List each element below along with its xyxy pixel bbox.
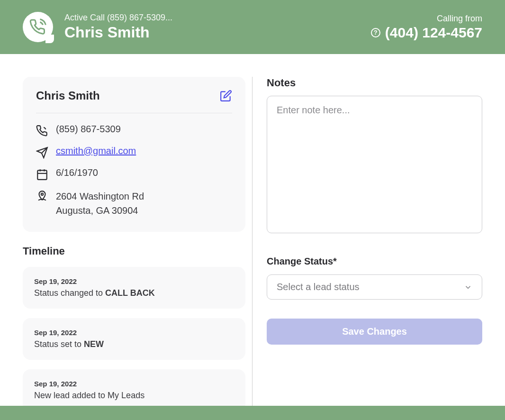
contact-address-line2: Augusta, GA 30904 bbox=[56, 205, 138, 216]
header-left: Active Call (859) 867-5309... Chris Smit… bbox=[23, 12, 172, 42]
timeline-item: Sep 19, 2022 Status set to NEW bbox=[23, 318, 245, 360]
edit-icon bbox=[220, 90, 232, 102]
chevron-down-icon bbox=[464, 283, 472, 292]
contact-card: Chris Smith (859) 867-5309 bbox=[23, 77, 245, 232]
svg-rect-2 bbox=[37, 170, 47, 180]
send-icon bbox=[36, 146, 48, 159]
left-column: Chris Smith (859) 867-5309 bbox=[23, 77, 245, 383]
map-pin-icon bbox=[36, 190, 48, 202]
timeline-date: Sep 19, 2022 bbox=[34, 329, 234, 337]
timeline-body: New lead added to My Leads bbox=[34, 391, 234, 401]
calendar-icon bbox=[36, 168, 48, 181]
phone-icon bbox=[36, 125, 48, 137]
contact-address-line1: 2604 Washington Rd bbox=[56, 191, 144, 201]
footer-bar bbox=[0, 406, 505, 420]
save-button[interactable]: Save Changes bbox=[267, 319, 482, 345]
svg-point-9 bbox=[41, 193, 43, 195]
contact-card-header: Chris Smith bbox=[36, 89, 232, 113]
header-right: Calling from ? (404) 124-4567 bbox=[371, 14, 482, 41]
content: Chris Smith (859) 867-5309 bbox=[0, 54, 505, 406]
header-text: Active Call (859) 867-5309... Chris Smit… bbox=[64, 13, 172, 41]
right-column: Notes Change Status* Select a lead statu… bbox=[267, 77, 482, 383]
contact-phone-row: (859) 867-5309 bbox=[36, 124, 232, 137]
timeline-body: Status changed to CALL BACK bbox=[34, 288, 234, 298]
contact-name: Chris Smith bbox=[36, 89, 100, 102]
timeline-title: Timeline bbox=[23, 245, 245, 257]
notes-textarea[interactable] bbox=[267, 96, 482, 233]
status-label: Change Status* bbox=[267, 256, 482, 267]
status-placeholder: Select a lead status bbox=[277, 282, 360, 292]
contact-birthdate: 6/16/1970 bbox=[56, 167, 98, 178]
call-header: Active Call (859) 867-5309... Chris Smit… bbox=[0, 0, 505, 54]
active-call-icon bbox=[23, 12, 53, 42]
edit-contact-button[interactable] bbox=[220, 90, 232, 102]
notes-label: Notes bbox=[267, 77, 482, 89]
status-select[interactable]: Select a lead status bbox=[267, 274, 482, 300]
contact-birthdate-row: 6/16/1970 bbox=[36, 167, 232, 181]
timeline-body: Status set to NEW bbox=[34, 339, 234, 349]
help-icon[interactable]: ? bbox=[371, 28, 380, 37]
calling-from-label: Calling from bbox=[371, 14, 482, 24]
active-call-label: Active Call (859) 867-5309... bbox=[64, 13, 172, 23]
timeline-item: Sep 19, 2022 Status changed to CALL BACK bbox=[23, 267, 245, 309]
caller-name: Chris Smith bbox=[64, 24, 172, 41]
timeline-date: Sep 19, 2022 bbox=[34, 380, 234, 388]
contact-phone: (859) 867-5309 bbox=[56, 124, 121, 135]
contact-address-row: 2604 Washington Rd Augusta, GA 30904 bbox=[36, 189, 232, 218]
timeline-item: Sep 19, 2022 New lead added to My Leads bbox=[23, 369, 245, 411]
timeline-date: Sep 19, 2022 bbox=[34, 277, 234, 285]
calling-from-number: (404) 124-4567 bbox=[385, 25, 482, 41]
contact-email-row: csmith@gmail.com bbox=[36, 146, 232, 159]
column-divider bbox=[252, 77, 252, 409]
contact-email-link[interactable]: csmith@gmail.com bbox=[56, 146, 136, 156]
contact-address: 2604 Washington Rd Augusta, GA 30904 bbox=[56, 189, 144, 218]
